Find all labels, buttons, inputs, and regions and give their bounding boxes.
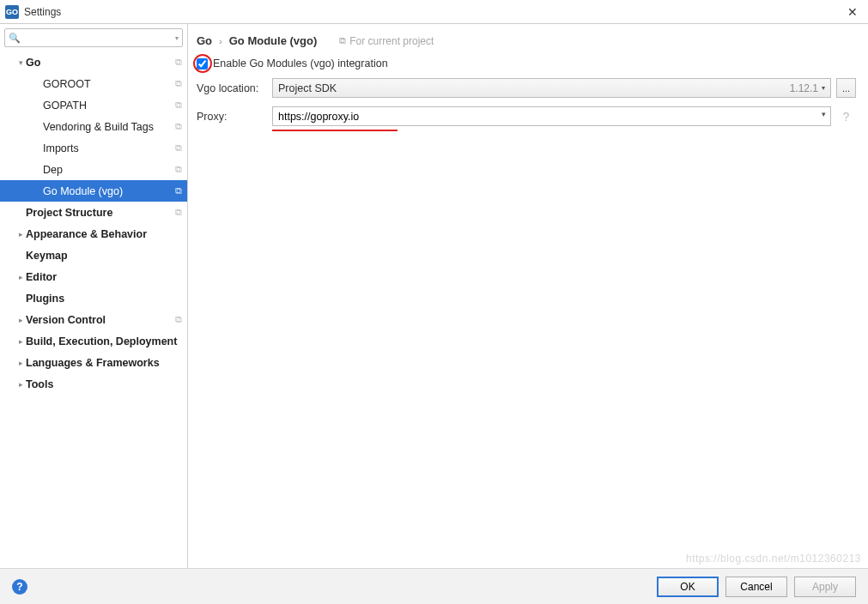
chevron-down-icon[interactable]: ▾ [175,34,179,42]
proxy-input[interactable] [272,106,831,126]
chevron-down-icon: ▾ [822,84,825,92]
chevron-right-icon: › [219,36,222,46]
sidebar-item-label: Imports [43,142,175,154]
sidebar-item-project-structure[interactable]: Project Structure⧉ [0,202,187,223]
for-current-project: ⧉ For current project [339,35,434,47]
sidebar-item-label: Build, Execution, Deployment [26,335,182,347]
for-current-project-label: For current project [349,35,434,47]
vgo-location-label: Vgo location: [197,82,272,94]
sidebar-item-version-control[interactable]: ▸Version Control⧉ [0,309,187,330]
title-bar: GO Settings ✕ [0,0,868,24]
settings-main: Go › Go Module (vgo) ⧉ For current proje… [188,24,868,568]
sidebar-item-editor[interactable]: ▸Editor [0,266,187,287]
help-icon[interactable]: ? [836,106,856,126]
chevron-right-icon[interactable]: ▸ [15,273,26,281]
sidebar-item-keymap[interactable]: Keymap [0,245,187,266]
enable-go-modules-label: Enable Go Modules (vgo) integration [213,57,388,69]
settings-tree: ▾Go⧉GOROOT⧉GOPATH⧉Vendoring & Build Tags… [0,51,187,568]
sidebar-item-goroot[interactable]: GOROOT⧉ [0,73,187,94]
proxy-label: Proxy: [197,111,272,123]
sidebar-item-label: Version Control [26,314,175,326]
chevron-right-icon[interactable]: ▸ [15,359,26,367]
copy-icon: ⧉ [175,142,182,154]
vgo-location-value: Project SDK [278,82,790,94]
search-input-wrap[interactable]: 🔍 ▾ [4,28,183,47]
vgo-version-label: 1.12.1 [790,82,818,94]
sidebar-item-label: GOPATH [43,100,175,112]
enable-go-modules-checkbox-wrap[interactable]: Enable Go Modules (vgo) integration [197,57,388,69]
dialog-footer: ? OK Cancel Apply [0,568,868,604]
cancel-button[interactable]: Cancel [725,577,787,597]
sidebar-item-label: Project Structure [26,207,175,219]
settings-sidebar: 🔍 ▾ ▾Go⧉GOROOT⧉GOPATH⧉Vendoring & Build … [0,24,188,568]
sidebar-item-label: Editor [26,271,182,283]
copy-icon: ⧉ [175,100,182,111]
chevron-right-icon[interactable]: ▸ [15,380,26,389]
annotation-underline [272,130,398,131]
sidebar-item-vendoring-build-tags[interactable]: Vendoring & Build Tags⧉ [0,116,187,137]
copy-icon: ⧉ [175,207,182,218]
chevron-right-icon[interactable]: ▸ [15,316,26,324]
sidebar-item-languages-frameworks[interactable]: ▸Languages & Frameworks [0,352,187,373]
sidebar-item-label: Dep [43,164,175,176]
breadcrumb-leaf: Go Module (vgo) [229,34,318,47]
search-icon: 🔍 [9,33,21,44]
vgo-location-select[interactable]: Project SDK 1.12.1 ▾ [272,78,831,98]
copy-icon: ⧉ [175,57,182,68]
enable-go-modules-checkbox[interactable] [197,58,208,69]
browse-button[interactable]: ... [836,78,856,98]
app-icon: GO [5,5,19,19]
window-title: Settings [24,6,842,18]
close-icon[interactable]: ✕ [842,5,863,19]
help-button[interactable]: ? [12,579,27,595]
breadcrumb: Go › Go Module (vgo) ⧉ For current proje… [197,34,856,47]
chevron-down-icon[interactable]: ▾ [15,58,26,67]
chevron-right-icon[interactable]: ▸ [15,337,26,346]
sidebar-item-dep[interactable]: Dep⧉ [0,159,187,180]
copy-icon: ⧉ [175,185,182,196]
sidebar-item-appearance-behavior[interactable]: ▸Appearance & Behavior [0,223,187,245]
sidebar-item-label: Vendoring & Build Tags [43,121,175,133]
breadcrumb-root[interactable]: Go [197,34,212,47]
copy-icon: ⧉ [175,314,182,325]
sidebar-item-label: Plugins [26,293,182,305]
sidebar-item-go-module-vgo-[interactable]: Go Module (vgo)⧉ [0,180,187,202]
sidebar-item-gopath[interactable]: GOPATH⧉ [0,94,187,116]
apply-button[interactable]: Apply [794,577,856,597]
ok-button[interactable]: OK [657,577,719,597]
sidebar-item-label: Go Module (vgo) [43,185,175,197]
copy-icon: ⧉ [175,164,182,175]
sidebar-item-go[interactable]: ▾Go⧉ [0,51,187,73]
watermark: https://blog.csdn.net/m1012360213 [686,553,861,565]
copy-icon: ⧉ [339,35,346,46]
sidebar-item-label: Go [26,57,175,69]
chevron-right-icon[interactable]: ▸ [15,230,26,239]
sidebar-item-label: GOROOT [43,78,175,90]
search-input[interactable] [24,32,173,44]
sidebar-item-label: Languages & Frameworks [26,357,182,369]
sidebar-item-label: Appearance & Behavior [26,228,182,240]
copy-icon: ⧉ [175,121,182,132]
sidebar-item-plugins[interactable]: Plugins [0,287,187,309]
copy-icon: ⧉ [175,78,182,89]
sidebar-item-label: Tools [26,378,182,390]
sidebar-item-tools[interactable]: ▸Tools [0,373,187,395]
sidebar-item-build-execution-deployment[interactable]: ▸Build, Execution, Deployment [0,330,187,352]
sidebar-item-imports[interactable]: Imports⧉ [0,137,187,159]
sidebar-item-label: Keymap [26,250,182,262]
